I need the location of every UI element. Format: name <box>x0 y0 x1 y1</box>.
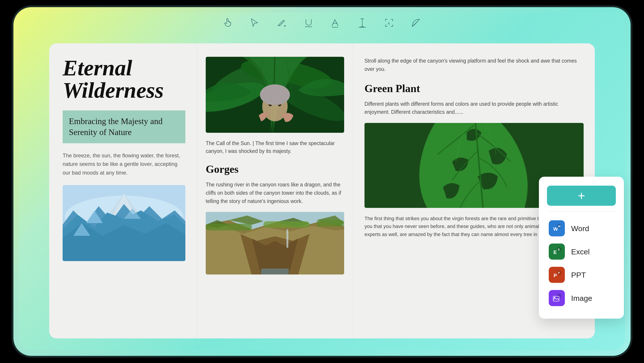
svg-text:W: W <box>558 225 561 228</box>
excel-label: Excel <box>571 247 590 256</box>
svg-rect-41 <box>316 220 344 227</box>
underline-icon[interactable] <box>302 16 315 29</box>
image-item[interactable]: Image <box>547 287 616 310</box>
left-column: Eternal Wilderness Embracing the Majesty… <box>49 43 197 339</box>
leaf-icon[interactable] <box>409 16 422 29</box>
main-content-area: Eternal Wilderness Embracing the Majesty… <box>22 35 622 347</box>
plant-title: Green Plant <box>364 82 584 94</box>
document-body: Eternal Wilderness Embracing the Majesty… <box>49 43 595 339</box>
person-photo <box>206 57 344 133</box>
device-frame: A Eternal Wilderness <box>14 7 630 356</box>
hand-icon[interactable] <box>222 16 235 29</box>
add-button[interactable]: + <box>547 186 616 206</box>
glacier-image <box>62 185 185 261</box>
svg-text:E: E <box>554 249 557 255</box>
cursor-icon[interactable] <box>248 16 262 29</box>
excel-item[interactable]: E E Excel <box>547 240 616 263</box>
main-title: Eternal Wilderness <box>62 57 185 101</box>
toolbar: A <box>199 16 445 29</box>
text-format-icon[interactable] <box>329 16 342 29</box>
frame-icon[interactable]: A <box>382 16 396 29</box>
description-text: The breeze, the sun, the flowing water, … <box>62 151 185 177</box>
device-inner: A Eternal Wilderness <box>19 12 625 351</box>
excel-icon: E E <box>549 244 565 260</box>
svg-rect-39 <box>206 224 252 231</box>
text-cursor-icon[interactable] <box>356 16 369 29</box>
svg-rect-45 <box>286 229 288 248</box>
document-container: Eternal Wilderness Embracing the Majesty… <box>49 43 595 339</box>
subtitle-box: Embracing the Majesty and Serenity of Na… <box>62 110 185 143</box>
svg-point-0 <box>284 25 286 26</box>
image-icon <box>549 290 565 306</box>
photo-caption: The Call of the Sun. | The first time I … <box>206 139 344 155</box>
subtitle-text: Embracing the Majesty and Serenity of Na… <box>69 116 179 138</box>
svg-rect-40 <box>264 221 310 228</box>
ppt-item[interactable]: P P PPT <box>547 263 616 287</box>
ppt-label: PPT <box>571 271 586 279</box>
svg-text:P: P <box>558 271 560 275</box>
popup-divider <box>547 211 616 211</box>
popup-panel: + W W Word <box>539 177 624 319</box>
svg-point-30 <box>260 84 290 105</box>
ppt-icon: P P <box>549 267 565 283</box>
gorges-title: Gorges <box>206 163 344 175</box>
word-item[interactable]: W W Word <box>547 217 616 240</box>
svg-rect-44 <box>261 269 289 275</box>
word-label: Word <box>571 224 589 233</box>
add-icon: + <box>578 190 585 202</box>
middle-column: The Call of the Sun. | The first time I … <box>197 43 353 339</box>
pencil-icon[interactable] <box>275 16 288 29</box>
canyon-photo <box>206 212 344 275</box>
gorges-body: The rushing river in the canyon roars li… <box>206 181 344 205</box>
plant-description: Different plants with different forms an… <box>364 100 584 116</box>
image-label: Image <box>571 294 592 303</box>
svg-text:A: A <box>388 22 390 25</box>
svg-text:E: E <box>558 248 560 251</box>
word-icon: W W <box>549 220 565 237</box>
intro-text: Stroll along the edge of the canyon's vi… <box>364 57 584 73</box>
svg-text:P: P <box>554 273 557 278</box>
